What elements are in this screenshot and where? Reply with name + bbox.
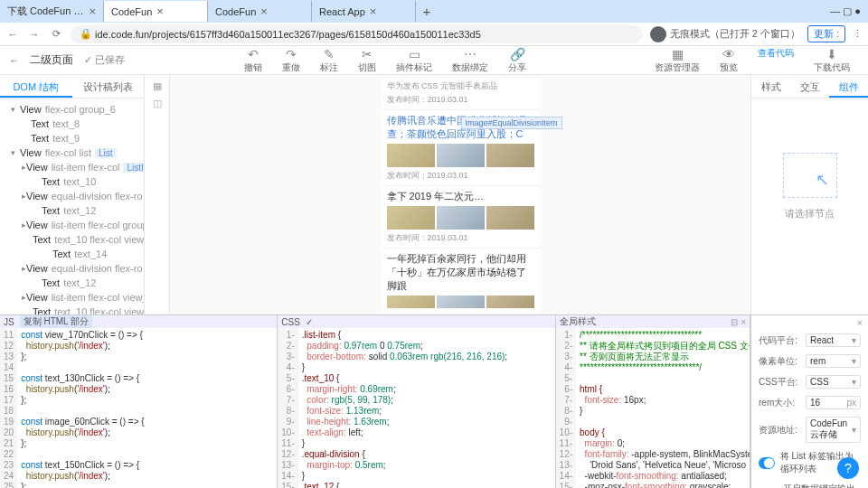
setting-select[interactable]: 16px	[806, 396, 861, 409]
article-item[interactable]: 华为发布 CSS 元智能手表新品发布时间：2019.03.01	[382, 77, 540, 110]
setting-select[interactable]: CodeFun 云存储▾	[806, 417, 861, 443]
cursor-icon: ↖	[816, 170, 829, 190]
toolbar-查看代码[interactable]: 查看代码	[749, 47, 803, 74]
lock-icon: 🔒	[80, 28, 92, 40]
dom-tree[interactable]: ▾Viewflex-col group_6Texttext_8Texttext_…	[0, 99, 144, 314]
toggle-switch[interactable]	[759, 457, 775, 469]
browser-tab[interactable]: 下载 CodeFun - UI 设计稿智能…×	[0, 1, 104, 22]
setting-toggle: 开启数据绑定输出模式	[751, 479, 868, 488]
setting-row: 代码平台:React▾	[751, 330, 868, 351]
tab-dom-structure[interactable]: DOM 结构	[0, 75, 72, 98]
global-css-panel: 全局样式⊟ × 1- 2- 3- 4- 5- 6- 7- 8- 9- 10- 1…	[556, 315, 750, 488]
browser-tab-strip: 下载 CodeFun - UI 设计稿智能…× CodeFun× CodeFun…	[0, 0, 868, 23]
article-item[interactable]: 拿下 2019 年二次元…发布时间：2019.03.01	[382, 186, 540, 249]
tab-component[interactable]: 组件	[829, 75, 868, 98]
url-input[interactable]: 🔒 ide.code.fun/projects/6157ff3d460a1500…	[71, 25, 643, 43]
empty-placeholder: ↖	[783, 153, 837, 198]
address-bar: ← → ⟳ 🔒 ide.code.fun/projects/6157ff3d46…	[0, 23, 868, 46]
article-item[interactable]: 一年死掉百余家同行，他们却用「十秒」在万亿家居市场站稳了脚跟	[382, 249, 540, 314]
reload-icon[interactable]: ⟳	[49, 28, 63, 40]
tab-design-list[interactable]: 设计稿列表	[72, 75, 145, 98]
toolbar-下载代码[interactable]: ⬇下载代码	[805, 47, 859, 74]
right-panel: 样式 交互 组件 ↖ 请选择节点	[750, 75, 868, 314]
tree-node[interactable]: ▸Viewequal-division flex-ro	[0, 261, 144, 276]
saved-status: ✓ 已保存	[84, 53, 125, 67]
close-icon[interactable]: ×	[89, 5, 96, 18]
browser-tab[interactable]: React App×	[312, 1, 416, 22]
layers-icon[interactable]: ◫	[145, 98, 169, 109]
collapse-icon[interactable]: ⊟ ×	[731, 317, 746, 327]
close-icon[interactable]: ×	[370, 5, 377, 18]
app-toolbar: ← 二级页面 ✓ 已保存 ↶撤销↷重做✎标注✂切图▭插件标记⋯数据绑定🔗分享 ▦…	[0, 46, 868, 75]
setting-row: rem大小:16px	[751, 392, 868, 413]
setting-select[interactable]: React▾	[806, 333, 861, 347]
update-button[interactable]: 更新 :	[807, 25, 845, 42]
close-icon[interactable]: ×	[260, 5, 268, 18]
forward-icon[interactable]: →	[27, 29, 42, 40]
menu-icon[interactable]: ⋮	[853, 28, 863, 40]
tree-node[interactable]: Texttext_12	[0, 276, 144, 290]
toolbar-资源管理器[interactable]: ▦资源管理器	[646, 47, 709, 74]
copy-html-button[interactable]: 复制 HTML 部分	[20, 315, 92, 328]
toolbar-撤销[interactable]: ↶撤销	[235, 47, 271, 74]
tab-style[interactable]: 样式	[751, 75, 790, 98]
js-editor[interactable]: const view_170nClick = () => { history.p…	[17, 328, 277, 488]
back-icon[interactable]: ←	[9, 55, 19, 66]
toolbar-切图[interactable]: ✂切图	[349, 47, 385, 74]
global-css-editor[interactable]: /********************************** ** 请…	[576, 328, 750, 488]
tree-node[interactable]: Texttext_12	[0, 203, 144, 218]
tool-icon-column: ▦ ◫	[145, 75, 170, 314]
grid-icon[interactable]: ▦	[145, 80, 169, 92]
tree-node[interactable]: ▾Viewflex-col listList	[0, 145, 144, 160]
code-area: JS复制 HTML 部分 11 12 13 14 15 16 17 18 19 …	[0, 314, 868, 488]
empty-hint: 请选择节点	[760, 207, 859, 221]
tree-node[interactable]: Texttext_14	[0, 247, 144, 261]
page-title: 二级页面	[30, 52, 73, 68]
tree-node[interactable]: ▸Viewlist-item flex-colListIt	[0, 160, 144, 174]
new-tab-button[interactable]: +	[416, 4, 438, 19]
setting-row: CSS平台:CSS▾	[751, 371, 868, 392]
setting-row: 像素单位:rem▾	[751, 351, 868, 371]
close-icon[interactable]: ×	[156, 5, 164, 18]
tree-node[interactable]: ▸Viewequal-division flex-ro	[0, 189, 144, 203]
toolbar-标注[interactable]: ✎标注	[311, 47, 347, 74]
tree-node[interactable]: Texttext_9	[0, 131, 144, 145]
toolbar-重做[interactable]: ↷重做	[273, 47, 309, 74]
browser-tab[interactable]: CodeFun×	[208, 1, 312, 22]
tree-node[interactable]: ▸Viewlist-item flex-col group_5	[0, 218, 144, 232]
panel-label: JS	[4, 317, 14, 327]
setting-select[interactable]: CSS▾	[806, 375, 861, 389]
tree-node[interactable]: Texttext_10 flex-col view_1	[0, 305, 144, 314]
toolbar-预览[interactable]: 👁预览	[711, 47, 747, 74]
element-tooltip: Image#EqualDivisionItem	[461, 117, 562, 129]
incognito-icon	[650, 26, 666, 42]
setting-row: 资源地址:CodeFun 云存储▾	[751, 413, 868, 446]
panel-label: CSS	[281, 317, 300, 327]
browser-tab[interactable]: CodeFun×	[104, 1, 208, 22]
tree-node[interactable]: ▾Viewflex-col group_6	[0, 102, 144, 117]
tree-node[interactable]: Texttext_10	[0, 174, 144, 189]
panel-label: 全局样式	[560, 315, 596, 328]
js-panel: JS复制 HTML 部分 11 12 13 14 15 16 17 18 19 …	[0, 315, 278, 488]
left-panel: DOM 结构 设计稿列表 ▾Viewflex-col group_6Textte…	[0, 75, 145, 314]
preview-canvas[interactable]: Image#EqualDivisionItem 华为发布 CSS 元智能手表新品…	[170, 75, 750, 314]
toolbar-数据绑定[interactable]: ⋯数据绑定	[443, 47, 497, 74]
tree-node[interactable]: ▸Viewlist-item flex-col view_1	[0, 290, 144, 305]
tree-node[interactable]: Texttext_8	[0, 117, 144, 131]
setting-select[interactable]: rem▾	[806, 354, 861, 368]
back-icon[interactable]: ←	[5, 29, 20, 40]
window-controls[interactable]: — ▢ ●	[823, 5, 868, 17]
toolbar-插件标记[interactable]: ▭插件标记	[387, 47, 441, 74]
close-icon[interactable]: ×	[751, 315, 868, 330]
help-button[interactable]: ?	[837, 457, 859, 479]
tab-interaction[interactable]: 交互	[790, 75, 829, 98]
incognito-badge: 无痕模式（已打开 2 个窗口）	[650, 26, 800, 42]
toolbar-分享[interactable]: 🔗分享	[499, 47, 535, 74]
css-panel: CSS✓ 1- 2- 3- 4- 5- 6- 7- 8- 9- 10- 11- …	[278, 315, 555, 488]
tree-node[interactable]: Texttext_10 flex-col view_1	[0, 232, 144, 247]
css-editor[interactable]: .list-item { padding: 0.97rem 0 0.75rem;…	[298, 328, 555, 488]
